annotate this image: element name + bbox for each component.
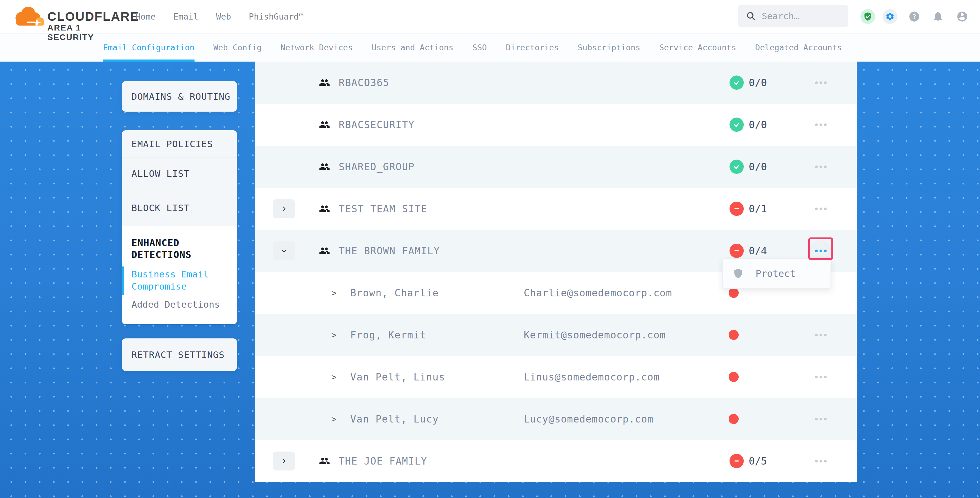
- expand-row-button[interactable]: [273, 199, 295, 218]
- sidebar-item-enhanced-detections[interactable]: ENHANCED DETECTIONS: [122, 226, 237, 261]
- tab-directories[interactable]: Directories: [506, 33, 559, 62]
- sidebar-item-domains-routing[interactable]: DOMAINS & ROUTING: [122, 91, 230, 102]
- protection-count: 0/4: [749, 245, 767, 257]
- status-dot-unprotected: [729, 330, 739, 340]
- row-menu-button[interactable]: [810, 324, 832, 346]
- settings-button[interactable]: [883, 9, 897, 24]
- check-icon: [732, 162, 741, 171]
- chevron-down-icon: [281, 248, 287, 254]
- active-item-indicator: [122, 266, 124, 295]
- sidebar-item-business-email-compromise[interactable]: Business Email Compromise: [122, 268, 237, 293]
- group-name: THE JOE FAMILY: [339, 455, 427, 467]
- sidebar-card-domains-routing[interactable]: DOMAINS & ROUTING: [122, 81, 237, 111]
- sidebar-item-retract-settings[interactable]: RETRACT SETTINGS: [122, 349, 225, 360]
- tab-web-config[interactable]: Web Config: [213, 33, 262, 62]
- table-row[interactable]: THE JOE FAMILY 0/5: [255, 440, 857, 482]
- table-row[interactable]: RBACSECURITY 0/0: [255, 103, 857, 146]
- nav-email[interactable]: Email: [173, 12, 198, 22]
- notifications-button[interactable]: [932, 11, 944, 22]
- status-badge-unprotected: [730, 454, 744, 468]
- svg-text:?: ?: [912, 13, 916, 21]
- tab-users-and-actions[interactable]: Users and Actions: [372, 33, 453, 62]
- row-menu-button[interactable]: [810, 450, 832, 472]
- sidebar-item-allow-list[interactable]: ALLOW LIST: [122, 158, 237, 189]
- row-menu-button[interactable]: [810, 114, 832, 135]
- chevron-right-icon: [281, 458, 287, 464]
- group-icon: [319, 203, 330, 214]
- row-menu-button[interactable]: [810, 198, 832, 220]
- question-icon: ?: [908, 11, 920, 22]
- row-menu-button[interactable]: [810, 366, 832, 388]
- user-name: Van Pelt, Linus: [350, 371, 445, 383]
- protection-count: 0/0: [749, 119, 767, 130]
- table-row[interactable]: > Van Pelt, Lucy Lucy@somedemocorp.com: [255, 398, 857, 440]
- status-badge-protected: [730, 118, 744, 132]
- sidebar-item-label: ALLOW LIST: [122, 168, 190, 179]
- group-name: THE BROWN FAMILY: [339, 245, 440, 257]
- sidebar-item-added-detections[interactable]: Added Detections: [122, 299, 237, 310]
- app-header: CLOUDFLARE AREA 1 SECURITY Home Email We…: [0, 0, 980, 33]
- tab-delegated-accounts[interactable]: Delegated Accounts: [755, 33, 842, 62]
- tab-sso[interactable]: SSO: [473, 33, 487, 62]
- search-icon: [746, 11, 756, 21]
- user-name: Van Pelt, Lucy: [350, 413, 439, 425]
- account-button[interactable]: [956, 11, 968, 22]
- protection-count: 0/1: [749, 203, 767, 215]
- table-row[interactable]: TEST TEAM SITE 0/1: [255, 188, 857, 230]
- group-name: RBACSECURITY: [339, 119, 415, 130]
- user-caret[interactable]: >: [331, 288, 337, 298]
- nav-home[interactable]: Home: [135, 12, 156, 22]
- row-menu-button[interactable]: [810, 408, 832, 430]
- user-caret[interactable]: >: [331, 330, 337, 340]
- help-button[interactable]: ?: [908, 11, 920, 22]
- table-row[interactable]: SHARED_GROUP 0/0: [255, 146, 857, 188]
- status-dot-unprotected: [729, 372, 739, 382]
- user-email: Charlie@somedemocorp.com: [524, 287, 672, 299]
- protection-status-button[interactable]: [861, 9, 875, 24]
- logo-brand-text: CLOUDFLARE: [48, 10, 139, 24]
- table-row[interactable]: > Frog, Kermit Kermit@somedemocorp.com: [255, 314, 857, 356]
- sidebar-item-block-list[interactable]: BLOCK LIST: [122, 189, 237, 226]
- status-badge-protected: [730, 75, 744, 90]
- row-context-menu: Protect: [722, 258, 831, 289]
- check-icon: [732, 78, 741, 87]
- search-input[interactable]: [761, 11, 842, 22]
- collapse-row-button[interactable]: [273, 241, 295, 260]
- minus-icon: [732, 457, 741, 465]
- protection-count: 0/0: [749, 77, 767, 89]
- user-caret[interactable]: >: [331, 372, 337, 382]
- user-name: Brown, Charlie: [350, 287, 439, 299]
- status-dot-unprotected: [729, 288, 739, 298]
- shield-icon: [733, 268, 743, 279]
- group-icon: [319, 161, 330, 172]
- shield-check-icon: [863, 12, 872, 21]
- status-dot-unprotected: [729, 414, 739, 424]
- status-badge-protected: [730, 159, 744, 174]
- group-name: TEST TEAM SITE: [339, 203, 427, 215]
- menu-item-protect[interactable]: Protect: [756, 268, 795, 279]
- row-menu-button[interactable]: [810, 72, 832, 94]
- sidebar-card-retract-settings[interactable]: RETRACT SETTINGS: [122, 339, 237, 371]
- table-row[interactable]: > Van Pelt, Linus Linus@somedemocorp.com: [255, 356, 857, 398]
- group-icon: [319, 245, 330, 256]
- group-icon: [319, 119, 330, 130]
- search-box[interactable]: [738, 5, 848, 27]
- tab-network-devices[interactable]: Network Devices: [280, 33, 353, 62]
- nav-web[interactable]: Web: [216, 12, 231, 22]
- user-caret[interactable]: >: [331, 414, 337, 424]
- status-badge-unprotected: [730, 202, 744, 216]
- table-row[interactable]: RBACO365 0/0: [255, 62, 857, 103]
- sidebar-item-email-policies[interactable]: EMAIL POLICIES: [122, 130, 237, 158]
- bell-icon: [932, 11, 944, 22]
- group-icon: [319, 455, 330, 467]
- expand-row-button[interactable]: [273, 452, 295, 471]
- nav-phishguard[interactable]: PhishGuard™: [249, 12, 304, 22]
- row-menu-button[interactable]: [810, 156, 832, 178]
- sidebar-item-label: EMAIL POLICIES: [122, 138, 213, 149]
- tab-service-accounts[interactable]: Service Accounts: [659, 33, 737, 62]
- protection-count: 0/5: [749, 455, 767, 467]
- user-avatar-icon: [956, 11, 968, 22]
- tab-subscriptions[interactable]: Subscriptions: [578, 33, 640, 62]
- cloudflare-logo[interactable]: CLOUDFLARE AREA 1 SECURITY: [13, 2, 119, 33]
- sidebar-item-label: BLOCK LIST: [122, 202, 190, 213]
